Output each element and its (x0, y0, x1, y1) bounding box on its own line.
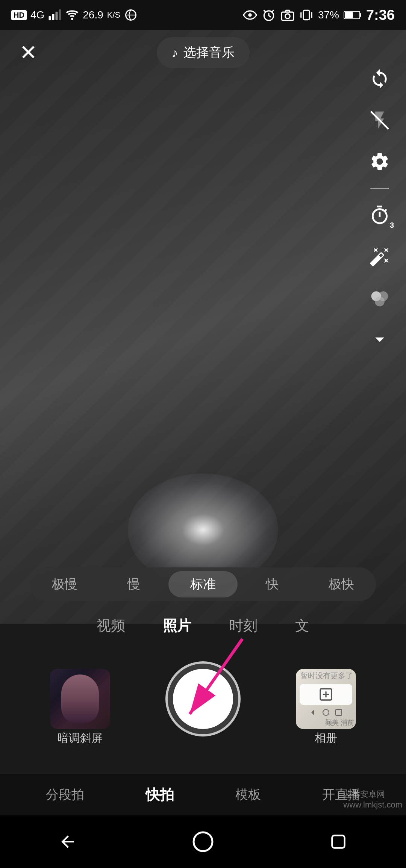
svg-rect-21 (336, 709, 342, 715)
svg-rect-1 (52, 14, 55, 20)
album-site-text: 颧美 消前 (325, 718, 354, 727)
color-filter-icon (369, 287, 390, 308)
svg-point-20 (323, 709, 329, 715)
music-icon: ♪ (172, 45, 178, 60)
top-bar: ✕ ♪ 选择音乐 (0, 30, 406, 75)
recents-icon (329, 832, 348, 851)
speed-text: 26.9 (83, 9, 103, 21)
settings-button[interactable] (365, 147, 395, 177)
signal-text: 4G (30, 9, 44, 21)
wifi-icon (65, 8, 79, 22)
status-bar: HD 4G 26.9 K/S (0, 0, 406, 30)
mode-video[interactable]: 视频 (89, 612, 133, 639)
svg-rect-12 (345, 12, 353, 18)
nav-segment-shoot[interactable]: 分段拍 (38, 782, 92, 807)
chevron-down-icon (369, 329, 390, 350)
viewfinder (0, 30, 406, 624)
status-right: 37% 7:36 (243, 7, 395, 23)
battery-icon (344, 10, 362, 20)
flash-button[interactable] (365, 105, 395, 135)
close-icon: ✕ (20, 42, 37, 63)
back-button[interactable] (53, 827, 83, 857)
status-left: HD 4G 26.9 K/S (11, 8, 138, 22)
svg-point-6 (248, 13, 252, 17)
face-silhouette (61, 674, 99, 723)
svg-rect-25 (332, 835, 344, 848)
close-button[interactable]: ✕ (15, 39, 41, 66)
gallery-thumbnail-container: 暗调斜屏 (50, 669, 110, 729)
svg-rect-3 (59, 9, 61, 20)
svg-point-4 (71, 18, 73, 20)
speed-selector: 极慢 慢 标准 快 极快 (30, 567, 376, 601)
gallery-label: 暗调斜屏 (58, 730, 103, 746)
album-top-text: 暂时没有更多了 (300, 671, 353, 681)
svg-rect-13 (360, 13, 361, 17)
flip-camera-button[interactable] (365, 64, 395, 94)
gear-icon (369, 151, 390, 172)
timer-icon (369, 205, 390, 226)
watermark: 蓝莓安卓网www.lmkjst.com (344, 789, 402, 810)
album-label: 相册 (315, 730, 337, 746)
gallery-thumb-image (50, 669, 110, 729)
system-nav-bar (0, 815, 406, 868)
refresh-icon (369, 68, 390, 89)
camera-icon (280, 8, 295, 22)
speed-normal[interactable]: 标准 (168, 571, 238, 597)
music-select-button[interactable]: ♪ 选择音乐 (157, 37, 250, 68)
svg-point-9 (285, 14, 290, 19)
alarm-icon (262, 8, 276, 22)
timer-number: 3 (390, 221, 394, 230)
mode-text[interactable]: 文 (288, 612, 317, 639)
album-container: 暂时没有更多了 颧美 消前 相册 (296, 669, 356, 729)
hd-badge: HD (11, 10, 27, 20)
flash-off-icon (369, 110, 390, 131)
recents-button[interactable] (323, 827, 353, 857)
eye-icon (243, 8, 257, 22)
filter-button[interactable] (365, 283, 395, 313)
svg-point-24 (194, 832, 212, 851)
gallery-thumbnail[interactable] (50, 669, 110, 729)
battery-percent: 37% (318, 9, 339, 21)
svg-rect-0 (49, 16, 51, 20)
svg-point-17 (375, 296, 385, 306)
speed-unit: K/S (107, 10, 120, 20)
nav-template[interactable]: 模板 (228, 782, 268, 807)
home-circle-icon (192, 830, 214, 853)
nav-quick-shoot[interactable]: 快拍 (138, 782, 182, 808)
beauty-button[interactable] (365, 242, 395, 272)
svg-marker-19 (311, 709, 314, 715)
mode-tabs: 视频 照片 时刻 文 (0, 609, 406, 643)
back-icon (58, 832, 77, 851)
music-label: 选择音乐 (183, 44, 235, 61)
timer-button[interactable]: 3 (365, 200, 395, 230)
vibrate-icon (299, 8, 314, 22)
vpn-icon (124, 8, 138, 22)
more-tools-button[interactable] (365, 324, 395, 354)
signal-icon (48, 8, 62, 22)
album-plus-icon (318, 687, 333, 702)
mode-photo[interactable]: 照片 (155, 612, 199, 639)
speed-slow[interactable]: 慢 (99, 571, 168, 597)
album-button[interactable]: 暂时没有更多了 颧美 消前 (296, 669, 356, 729)
speed-fast[interactable]: 快 (238, 571, 307, 597)
album-preview: 暂时没有更多了 颧美 消前 (296, 669, 356, 729)
speed-very-fast[interactable]: 极快 (307, 571, 376, 597)
toolbar-divider (370, 188, 389, 189)
svg-rect-2 (56, 12, 58, 20)
magic-wand-icon (369, 246, 390, 267)
svg-rect-10 (303, 10, 309, 20)
time-display: 7:36 (366, 7, 395, 23)
home-button[interactable] (188, 827, 218, 857)
album-nav-icons (300, 708, 352, 717)
speed-very-slow[interactable]: 极慢 (30, 571, 99, 597)
album-icon-area (300, 684, 352, 705)
right-toolbar: 3 (365, 64, 395, 354)
